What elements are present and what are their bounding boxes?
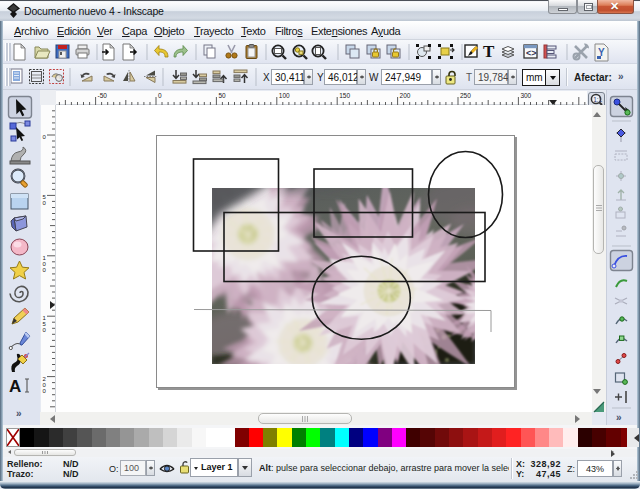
svg-text:0: 0 <box>43 134 47 140</box>
svg-text:50: 50 <box>218 92 226 99</box>
svg-text:»: » <box>16 408 22 419</box>
svg-text:1:1: 1:1 <box>593 96 602 103</box>
svg-text:A: A <box>9 377 21 396</box>
svg-text:200: 200 <box>400 92 411 99</box>
svg-text:250: 250 <box>460 92 471 99</box>
svg-text:0: 0 <box>43 388 47 394</box>
svg-text:0: 0 <box>43 327 47 333</box>
svg-text:300: 300 <box>520 92 531 99</box>
svg-text:<>: <> <box>526 48 537 58</box>
svg-text:100: 100 <box>279 92 290 99</box>
svg-text:T: T <box>483 42 495 61</box>
svg-text:0: 0 <box>43 200 47 206</box>
svg-text:0: 0 <box>158 92 162 99</box>
svg-text:-50: -50 <box>98 92 108 99</box>
svg-text:0: 0 <box>43 267 47 273</box>
svg-text:»: » <box>616 412 622 423</box>
svg-text:150: 150 <box>339 92 350 99</box>
